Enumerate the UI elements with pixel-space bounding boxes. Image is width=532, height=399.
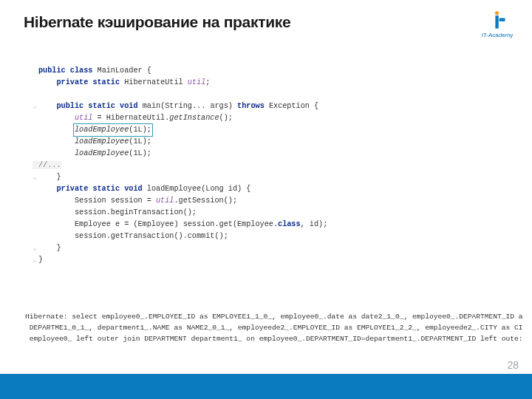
svg-rect-0 xyxy=(495,16,498,29)
it-academy-icon xyxy=(487,10,508,31)
hibernate-sql-log: Hibernate: select employee0_.EMPLOYEE_ID… xyxy=(25,300,532,344)
java-code: public class MainLoader { private static… xyxy=(33,53,511,266)
footer-bar xyxy=(0,374,532,399)
slide-title: Hibernate кэширование на практике xyxy=(24,13,290,31)
svg-rect-2 xyxy=(499,18,505,21)
logo: IT-Academy xyxy=(480,10,514,43)
highlighted-call: loadEmployee(1L); xyxy=(73,123,153,137)
logo-text: IT-Academy xyxy=(480,32,514,38)
page-number: 28 xyxy=(507,359,519,371)
svg-point-1 xyxy=(495,11,499,15)
